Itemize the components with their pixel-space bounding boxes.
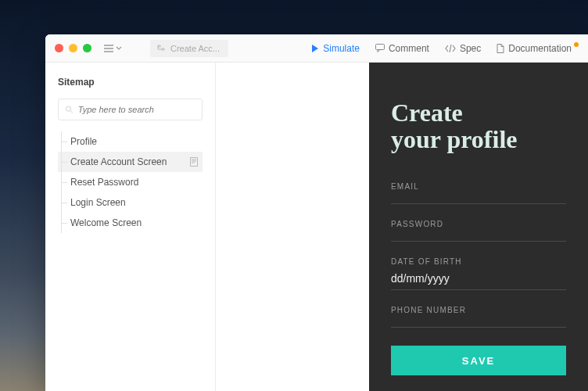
search-box[interactable] — [58, 99, 203, 120]
svg-point-1 — [66, 106, 70, 111]
documentation-button[interactable]: Documentation — [497, 43, 579, 54]
canvas[interactable]: Create your profile EMAIL PASSWORD DATE … — [216, 63, 588, 391]
hierarchy-icon — [156, 44, 166, 53]
page-icon — [190, 157, 198, 167]
preview-heading: Create your profile — [391, 100, 566, 152]
heading-line-2: your profile — [391, 125, 517, 153]
comment-label: Comment — [389, 43, 429, 54]
hamburger-icon — [104, 45, 113, 52]
sitemap-item-label: Reset Password — [70, 177, 138, 188]
dob-label: DATE OF BIRTH — [391, 257, 566, 266]
svg-rect-0 — [375, 45, 384, 50]
breadcrumb-label: Create Acc... — [170, 44, 220, 53]
window-controls — [55, 44, 91, 52]
titlebar: Create Acc... Simulate Comment Spec Docu… — [45, 34, 588, 63]
phone-field[interactable]: PHONE NUMBER — [391, 306, 566, 328]
comment-button[interactable]: Comment — [375, 43, 429, 54]
chevron-down-icon — [116, 46, 122, 50]
spec-label: Spec — [460, 43, 481, 54]
search-input[interactable] — [78, 105, 195, 114]
dob-field[interactable]: DATE OF BIRTH dd/mm/yyyy — [391, 257, 566, 290]
email-field[interactable]: EMAIL — [391, 182, 566, 204]
code-icon — [445, 45, 456, 52]
simulate-label: Simulate — [323, 43, 360, 54]
sitemap-item-label: Create Account Screen — [70, 156, 167, 167]
notification-dot-icon — [574, 42, 579, 47]
sitemap-item-login[interactable]: Login Screen — [58, 192, 203, 213]
document-icon — [497, 44, 504, 53]
sitemap-item-profile[interactable]: Profile — [58, 131, 203, 152]
save-button[interactable]: SAVE — [391, 346, 566, 375]
password-field[interactable]: PASSWORD — [391, 220, 566, 242]
sitemap-item-reset-password[interactable]: Reset Password — [58, 172, 203, 192]
password-label: PASSWORD — [391, 220, 566, 228]
comment-icon — [375, 44, 385, 52]
maximize-window-button[interactable] — [83, 44, 91, 52]
dob-value: dd/mm/yyyy — [391, 271, 566, 285]
sitemap-item-label: Profile — [70, 136, 97, 147]
menu-button[interactable] — [104, 45, 122, 52]
preview-panel: Create your profile EMAIL PASSWORD DATE … — [369, 63, 588, 391]
search-icon — [65, 105, 74, 114]
documentation-label: Documentation — [508, 43, 572, 54]
play-icon — [311, 45, 319, 52]
spec-button[interactable]: Spec — [445, 43, 481, 54]
simulate-button[interactable]: Simulate — [311, 43, 360, 54]
save-label: SAVE — [462, 355, 495, 367]
sitemap-item-create-account[interactable]: Create Account Screen — [58, 152, 203, 172]
app-window: Create Acc... Simulate Comment Spec Docu… — [45, 34, 588, 391]
sitemap-item-welcome[interactable]: Welcome Screen — [58, 213, 203, 233]
close-window-button[interactable] — [55, 44, 63, 52]
sitemap-item-label: Login Screen — [70, 197, 126, 208]
minimize-window-button[interactable] — [69, 44, 77, 52]
sidebar-title: Sitemap — [58, 77, 203, 88]
underline — [391, 241, 566, 242]
email-label: EMAIL — [391, 182, 566, 191]
heading-line-1: Create — [391, 99, 463, 127]
phone-label: PHONE NUMBER — [391, 306, 566, 314]
sitemap-item-label: Welcome Screen — [70, 217, 142, 228]
sitemap-tree: Profile Create Account Screen Reset Pass… — [58, 131, 203, 233]
underline — [391, 289, 566, 290]
breadcrumb[interactable]: Create Acc... — [150, 40, 228, 57]
body: Sitemap Profile Create Account Screen Re… — [45, 63, 588, 391]
svg-rect-2 — [191, 158, 198, 167]
sidebar: Sitemap Profile Create Account Screen Re… — [45, 63, 216, 391]
toolbar: Simulate Comment Spec Documentation — [311, 43, 579, 54]
underline — [391, 327, 566, 328]
underline — [391, 203, 566, 204]
